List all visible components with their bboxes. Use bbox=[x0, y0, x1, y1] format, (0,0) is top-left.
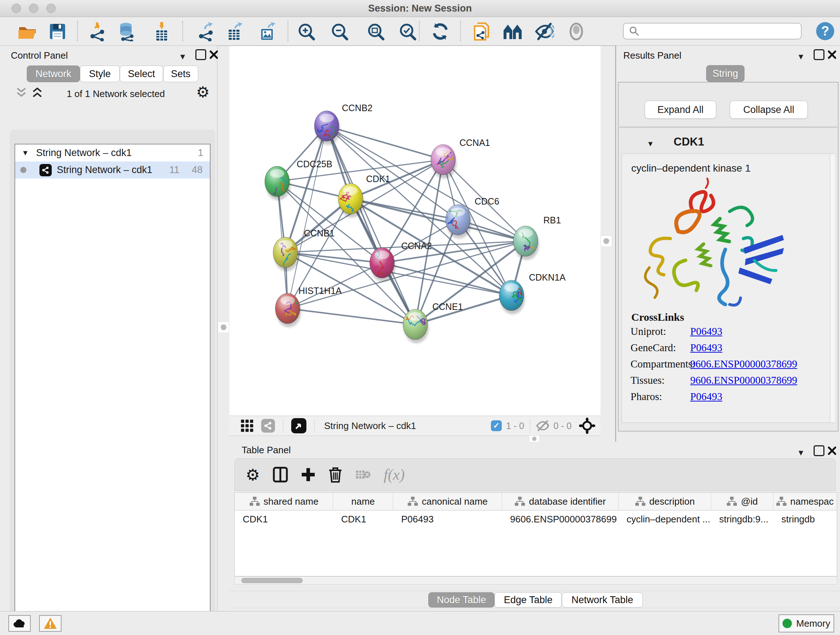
crosslink-tissues-link[interactable]: 9606.ENSP00000378699 bbox=[690, 374, 797, 386]
hide-panels-icon[interactable] bbox=[535, 22, 554, 41]
warning-icon bbox=[44, 618, 57, 629]
network-edge-CCNB2-CCNA1[interactable] bbox=[327, 126, 443, 160]
cloud-button[interactable] bbox=[8, 615, 31, 632]
zoom-selected-icon[interactable] bbox=[398, 22, 417, 41]
string-view-icon[interactable] bbox=[261, 419, 275, 432]
network-node-count: 11 bbox=[169, 165, 192, 176]
table-splitter-handle[interactable] bbox=[529, 435, 540, 442]
network-options-gear-icon[interactable]: ⚙ bbox=[196, 83, 210, 101]
hidden-eye-icon[interactable] bbox=[536, 420, 550, 432]
network-node-CCNA1[interactable]: CCNA1 bbox=[431, 138, 490, 179]
expand-all-button[interactable]: Expand All bbox=[645, 101, 716, 119]
tab-edge-table[interactable]: Edge Table bbox=[494, 592, 562, 608]
expand-all-networks-icon[interactable] bbox=[31, 87, 43, 98]
table-hscrollbar[interactable] bbox=[234, 576, 837, 585]
import-table-icon[interactable] bbox=[152, 22, 172, 41]
zoom-out-icon[interactable] bbox=[330, 22, 349, 41]
delete-table-icon-disabled bbox=[355, 469, 371, 481]
tab-node-table[interactable]: Node Table bbox=[428, 592, 494, 608]
import-database-icon[interactable] bbox=[117, 22, 137, 41]
open-session-icon[interactable] bbox=[17, 22, 37, 41]
network-edge-RB1-HIST1H1A[interactable] bbox=[287, 241, 526, 309]
toolbar-separator bbox=[77, 21, 78, 41]
control-panel-float-button[interactable] bbox=[195, 49, 206, 60]
network-edge-HIST1H1A-CCNE1[interactable] bbox=[287, 309, 415, 325]
network-edge-CCNB2-RB1[interactable] bbox=[327, 126, 526, 241]
refresh-icon[interactable] bbox=[431, 22, 450, 41]
network-edge-CDKN1A-CCNE1[interactable] bbox=[415, 295, 512, 325]
column-header-namespace[interactable]: namespac bbox=[774, 493, 836, 510]
table-panel-menu-icon[interactable]: ▼ bbox=[797, 448, 805, 458]
tab-string-results[interactable]: String bbox=[706, 65, 745, 82]
column-header-id[interactable]: @id bbox=[711, 493, 774, 510]
import-network-icon[interactable] bbox=[88, 22, 108, 41]
tab-network[interactable]: Network bbox=[27, 65, 80, 82]
column-type-icon bbox=[726, 496, 737, 507]
collapse-all-networks-icon[interactable] bbox=[15, 87, 27, 98]
crosslink-genecard-link[interactable]: P06493 bbox=[690, 342, 722, 354]
right-splitter-handle[interactable] bbox=[600, 235, 612, 247]
tab-network-table[interactable]: Network Table bbox=[562, 592, 643, 608]
network-node-HIST1H1A[interactable]: HIST1H1A bbox=[275, 286, 342, 327]
network-graph[interactable]: CCNB2CCNA1CDC25BCDK1CDC6RB1CCNB1CCNA2CDK… bbox=[229, 46, 600, 416]
column-type-icon bbox=[776, 496, 787, 507]
collection-count: 1 bbox=[198, 147, 210, 158]
column-header-shared-name[interactable]: shared name bbox=[235, 493, 333, 510]
help-icon[interactable]: ? bbox=[816, 22, 834, 40]
grid-view-icon[interactable] bbox=[240, 419, 254, 432]
table-hscrollbar-thumb[interactable] bbox=[241, 578, 303, 583]
search-input[interactable] bbox=[639, 25, 801, 37]
save-session-icon[interactable] bbox=[48, 22, 67, 41]
gene-description: cyclin–dependent kinase 1 bbox=[622, 154, 835, 174]
show-columns-icon[interactable] bbox=[273, 467, 288, 483]
zoom-in-icon[interactable] bbox=[297, 22, 316, 41]
crosslink-pharos-link[interactable]: P06493 bbox=[690, 391, 722, 402]
table-row[interactable]: CDK1CDK1P064939606.ENSP00000378699cyclin… bbox=[235, 510, 837, 528]
control-panel-menu-icon[interactable]: ▼ bbox=[179, 52, 187, 62]
left-splitter-handle[interactable] bbox=[218, 321, 229, 333]
network-edge-count: 48 bbox=[192, 165, 210, 176]
results-scrollbar[interactable] bbox=[830, 154, 835, 423]
tab-style[interactable]: Style bbox=[80, 65, 120, 82]
collection-expander-icon[interactable]: ▼ bbox=[15, 149, 29, 157]
network-node-CDKN1A[interactable]: CDKN1A bbox=[499, 272, 566, 314]
table-settings-gear-icon[interactable]: ⚙ bbox=[246, 466, 260, 484]
network-node-RB1[interactable]: RB1 bbox=[513, 215, 561, 260]
column-header-database-identifier[interactable]: database identifier bbox=[502, 493, 619, 510]
network-canvas[interactable]: CCNB2CCNA1CDC25BCDK1CDC6RB1CCNB1CCNA2CDK… bbox=[229, 46, 600, 416]
show-panels-icon[interactable] bbox=[567, 22, 586, 41]
network-snapshot-icon[interactable] bbox=[472, 22, 491, 41]
results-panel-close-icon[interactable] bbox=[827, 50, 837, 59]
column-header-description[interactable]: description bbox=[619, 493, 711, 510]
crosslink-compartments-link[interactable]: 9606.ENSP00000378699 bbox=[690, 358, 797, 370]
network-collection-row[interactable]: ▼ String Network – cdk1 1 bbox=[15, 144, 210, 162]
tab-select[interactable]: Select bbox=[120, 65, 163, 82]
export-image-icon[interactable] bbox=[257, 22, 277, 41]
gene-expander-icon[interactable]: ▼ bbox=[647, 140, 654, 148]
memory-button[interactable]: Memory bbox=[778, 614, 834, 632]
export-table-icon[interactable] bbox=[225, 22, 245, 41]
column-header-name[interactable]: name bbox=[333, 493, 393, 510]
search-box[interactable] bbox=[623, 23, 802, 40]
export-network-icon[interactable] bbox=[197, 22, 216, 41]
crosslink-uniprot-link[interactable]: P06493 bbox=[690, 325, 722, 337]
add-column-icon[interactable] bbox=[301, 467, 316, 482]
collapse-all-button[interactable]: Collapse All bbox=[729, 101, 808, 119]
control-panel-close-icon[interactable] bbox=[209, 50, 218, 59]
delete-column-icon[interactable] bbox=[328, 467, 342, 483]
column-header-canonical-name[interactable]: canonical name bbox=[393, 493, 502, 510]
zoom-fit-icon[interactable] bbox=[366, 22, 386, 41]
results-panel-menu-icon[interactable]: ▼ bbox=[797, 52, 805, 62]
results-panel-float-button[interactable] bbox=[813, 49, 824, 60]
network-edge-CCNB2-HIST1H1A[interactable] bbox=[287, 126, 327, 309]
network-selection-status: 1 of 1 Network selected bbox=[51, 88, 181, 100]
network-row-selected[interactable]: String Network – cdk1 11 48 bbox=[15, 162, 210, 179]
tab-sets[interactable]: Sets bbox=[163, 65, 198, 82]
table-panel-close-icon[interactable] bbox=[827, 446, 837, 455]
selected-checkbox-icon[interactable]: ✓ bbox=[491, 420, 502, 431]
open-in-window-icon[interactable] bbox=[291, 418, 306, 433]
table-panel-float-button[interactable] bbox=[813, 445, 824, 456]
warnings-button[interactable] bbox=[39, 615, 62, 632]
fit-selected-crosshair-icon[interactable] bbox=[579, 417, 595, 434]
birdseye-view-icon[interactable] bbox=[503, 22, 523, 41]
